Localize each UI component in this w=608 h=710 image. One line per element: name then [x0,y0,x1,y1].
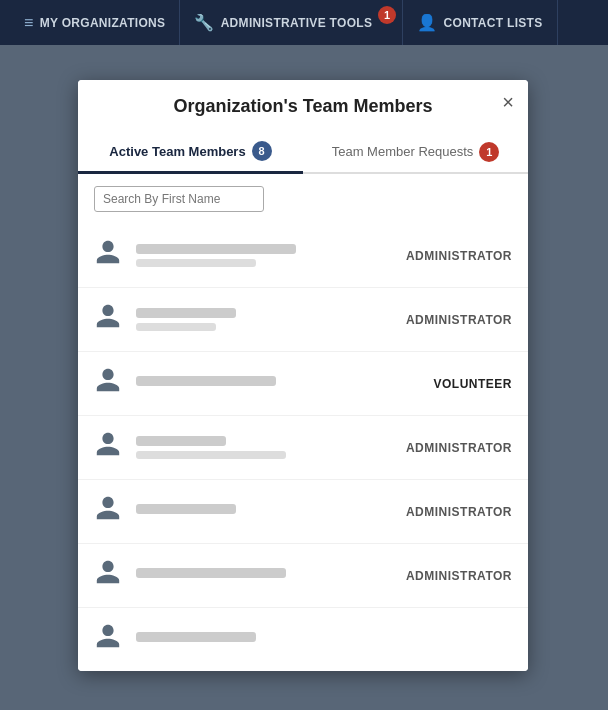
member-name [136,308,236,318]
member-row: ADMINISTRATOR [78,224,528,288]
admin-tools-badge: 1 [378,6,396,24]
search-area [78,174,528,224]
nav-my-organizations[interactable]: ≡ MY ORGANIZATIONS [10,0,180,45]
member-row: ADMINISTRATOR [78,416,528,480]
member-row: ADMINISTRATOR [78,480,528,544]
avatar-icon [94,558,122,593]
member-role: ADMINISTRATOR [406,441,512,455]
member-info [136,504,392,519]
tab-active-members[interactable]: Active Team Members 8 [78,131,303,174]
member-name [136,436,226,446]
member-name [136,632,256,642]
member-list: ADMINISTRATOR ADMINISTRATOR VOLUNTEER AD… [78,224,528,671]
member-row [78,608,528,671]
close-button[interactable]: × [502,92,514,112]
avatar-icon [94,366,122,401]
member-role: ADMINISTRATOR [406,569,512,583]
member-info [136,632,512,647]
tab-member-requests[interactable]: Team Member Requests 1 [303,131,528,172]
member-name [136,568,286,578]
tab-member-requests-label: Team Member Requests [332,144,474,159]
member-info [136,376,398,391]
member-role: VOLUNTEER [412,377,512,391]
member-row: ADMINISTRATOR [78,544,528,608]
list-icon: ≡ [24,14,34,32]
nav-contact-lists-label: CONTACT LISTS [444,16,543,30]
member-row: VOLUNTEER [78,352,528,416]
search-input[interactable] [94,186,264,212]
member-detail [136,323,216,331]
person-icon: 👤 [417,13,437,32]
avatar-icon [94,622,122,657]
member-name [136,504,236,514]
wrench-icon: 🔧 [194,13,214,32]
nav-administrative-tools[interactable]: 🔧 ADMINISTRATIVE TOOLS 1 [180,0,403,45]
member-info [136,436,392,459]
member-info [136,308,392,331]
member-detail [136,451,286,459]
nav-contact-lists[interactable]: 👤 CONTACT LISTS [403,0,557,45]
member-requests-badge: 1 [479,142,499,162]
member-name [136,244,296,254]
tabs-container: Active Team Members 8 Team Member Reques… [78,131,528,174]
member-info [136,568,392,583]
avatar-icon [94,430,122,465]
member-role: ADMINISTRATOR [406,505,512,519]
avatar-icon [94,238,122,273]
avatar-icon [94,302,122,337]
avatar-icon [94,494,122,529]
member-info [136,244,392,267]
top-nav: ≡ MY ORGANIZATIONS 🔧 ADMINISTRATIVE TOOL… [0,0,608,45]
modal-header: Organization's Team Members × [78,80,528,131]
member-detail [136,259,256,267]
modal-title: Organization's Team Members [98,96,508,131]
member-row: ADMINISTRATOR [78,288,528,352]
team-members-modal: Organization's Team Members × Active Tea… [78,80,528,671]
nav-administrative-tools-label: ADMINISTRATIVE TOOLS [221,16,373,30]
active-members-badge: 8 [252,141,272,161]
member-role: ADMINISTRATOR [406,313,512,327]
nav-my-organizations-label: MY ORGANIZATIONS [40,16,166,30]
member-role: ADMINISTRATOR [406,249,512,263]
member-name [136,376,276,386]
tab-active-members-label: Active Team Members [109,144,245,159]
